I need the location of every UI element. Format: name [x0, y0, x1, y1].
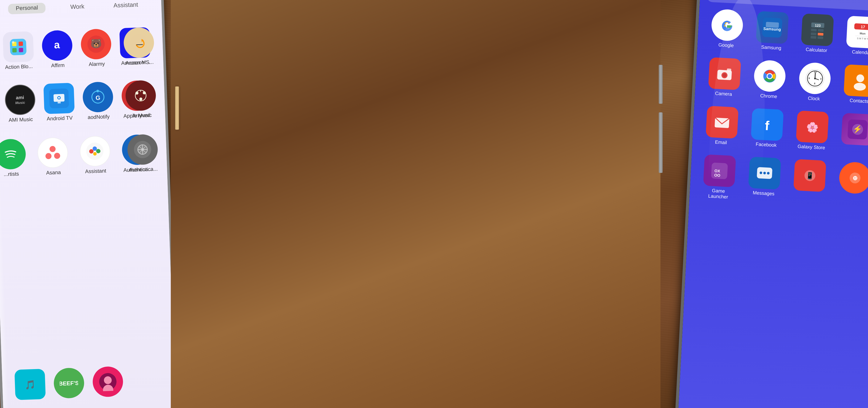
app-action-blo[interactable]: Action Blo... — [0, 31, 38, 71]
game-launcher-icon: OX OO — [703, 154, 736, 187]
right-app-game-launcher[interactable]: OX OO Game Launcher — [696, 154, 742, 200]
app-alarmy[interactable]: 🐻 Alarmy — [76, 28, 116, 68]
phone-left: Personal Work Assistant Action — [0, 0, 178, 408]
svg-text:6: 6 — [814, 82, 815, 85]
svg-rect-0 — [10, 38, 27, 55]
app-arryved[interactable]: Arryved — [124, 80, 158, 119]
svg-rect-73 — [810, 36, 816, 38]
clock-label: Clock — [808, 96, 820, 102]
email-label: Email — [715, 139, 727, 146]
svg-text:BEEF'S: BEEF'S — [59, 380, 79, 387]
app-assistant[interactable]: Assistant — [74, 135, 116, 175]
svg-text:17: 17 — [861, 25, 865, 29]
amazon-shop-label: Amazon S... — [125, 59, 154, 66]
phone-right-screen: ▊▊▊ WiFi 🔋 Search — [678, 0, 868, 408]
right-app-google[interactable]: Google — [704, 8, 750, 49]
alarmy-label: Alarmy — [89, 61, 105, 67]
svg-point-26 — [132, 87, 150, 104]
svg-rect-85 — [727, 68, 732, 71]
svg-rect-74 — [817, 36, 823, 39]
camera-label: Camera — [715, 91, 732, 97]
app-bottom-3[interactable] — [88, 366, 127, 399]
svg-text:📱: 📱 — [806, 171, 814, 180]
svg-rect-3 — [12, 48, 17, 53]
alarmy-icon: 🐻 — [81, 29, 112, 60]
contacts-icon — [843, 64, 868, 97]
svg-text:9: 9 — [808, 77, 810, 79]
tab-assistant[interactable]: Assistant — [109, 0, 143, 11]
extra2-icon: 📱 — [794, 159, 826, 192]
tab-personal[interactable]: Personal — [8, 3, 45, 14]
google-icon — [711, 9, 743, 41]
app-affirm[interactable]: a Affirm — [38, 30, 77, 69]
svg-point-38 — [86, 142, 104, 160]
svg-text:🐻: 🐻 — [90, 38, 102, 49]
right-app-galaxy-store[interactable]: 🌸 Galaxy Store — [789, 110, 835, 151]
aod-notify-icon: G — [82, 82, 114, 113]
calculator-label: Calculator — [806, 47, 827, 54]
svg-rect-2 — [19, 41, 23, 46]
facebook-label: Facebook — [755, 141, 777, 148]
svg-text:G: G — [95, 94, 100, 101]
bottom-icon-1: 🎵 — [14, 369, 45, 400]
app-android-tv[interactable]: Android TV — [39, 83, 79, 122]
bottom-icon-3 — [92, 366, 124, 398]
action-blo-icon — [3, 31, 34, 62]
app-bottom-1[interactable]: 🎵 — [10, 369, 50, 402]
authenticator2-label: Authentica... — [129, 166, 158, 173]
tab-work[interactable]: Work — [66, 1, 89, 12]
asana-icon — [37, 137, 68, 168]
svg-text:OO: OO — [714, 173, 720, 178]
right-app-calendar[interactable]: 17 Mon S M T W T F S Calendar — [839, 15, 868, 56]
app-aod-notify[interactable]: G aodNotify — [79, 81, 118, 121]
samsung-icon: Samsung — [756, 11, 789, 44]
right-app-contacts[interactable]: Contacts — [837, 64, 868, 105]
right-app-facebook[interactable]: f Facebook — [744, 108, 790, 149]
facebook-icon: f — [751, 108, 784, 141]
svg-text:12: 12 — [814, 70, 817, 73]
google-label: Google — [718, 42, 734, 49]
asana-label: Asana — [46, 169, 61, 176]
game-launcher-label: Game Launcher — [702, 187, 735, 200]
ami-music-icon: ami Music — [4, 84, 36, 116]
android-tv-label: Android TV — [47, 115, 73, 122]
amazon-shop-icon — [123, 27, 155, 58]
svg-rect-69 — [811, 29, 817, 31]
right-app-clock[interactable]: 6 12 3 9 Clock — [792, 62, 838, 103]
right-app-extra3[interactable]: ⊕ — [832, 161, 868, 208]
app-bottom-2[interactable]: BEEF'S — [50, 367, 88, 401]
svg-rect-71 — [811, 32, 816, 35]
app-asana[interactable]: Asana — [32, 137, 74, 176]
right-app-email[interactable]: Email — [699, 105, 745, 147]
right-phone-button-2 — [659, 113, 662, 173]
right-app-samsung[interactable]: Samsung Samsung — [749, 10, 795, 52]
app-ami-music[interactable]: ami Music AMI Music — [1, 84, 40, 124]
affirm-icon: a — [41, 30, 73, 61]
svg-rect-72 — [818, 33, 824, 35]
right-app-camera[interactable]: Camera — [701, 57, 747, 98]
svg-rect-65 — [766, 22, 779, 28]
right-app-messages[interactable]: Messages — [741, 156, 787, 203]
assistant-label: Assistant — [85, 168, 106, 175]
android-tv-icon — [43, 83, 74, 114]
svg-text:OX: OX — [714, 168, 720, 173]
extra3-icon: ⊕ — [839, 161, 868, 194]
calendar-icon: 17 Mon S M T W T F S — [846, 16, 868, 49]
galaxy-store-icon: 🌸 — [796, 111, 829, 143]
email-icon — [706, 106, 739, 138]
messages-icon — [748, 157, 781, 190]
app-authenticator2[interactable]: Authentica... — [126, 134, 159, 173]
right-app-extra1[interactable]: ⚡ — [834, 113, 868, 154]
right-app-extra2[interactable]: 📱 — [786, 159, 833, 205]
svg-text:123: 123 — [815, 23, 821, 27]
app-amazon-shop[interactable]: Amazon S... — [122, 27, 156, 66]
spotify-label: ...rtists — [3, 171, 19, 178]
svg-point-33 — [1, 145, 20, 163]
svg-text:Mon: Mon — [860, 32, 866, 35]
samsung-label: Samsung — [761, 44, 781, 51]
right-phone-button-1 — [659, 65, 662, 104]
app-spotify[interactable]: ...rtists — [0, 138, 32, 178]
right-app-chrome[interactable]: Chrome — [746, 59, 793, 100]
messages-label: Messages — [752, 190, 775, 197]
right-app-calculator[interactable]: 123 Calculator — [794, 13, 840, 54]
